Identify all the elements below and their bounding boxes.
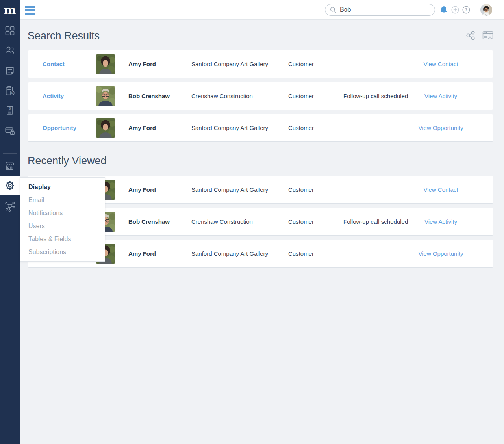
svg-text:$: $	[11, 91, 13, 95]
app-marketplace-icon[interactable]	[4, 160, 15, 171]
status-text: Customer	[288, 93, 343, 99]
invoices-icon[interactable]: $	[4, 105, 15, 116]
contact-name: Amy Ford	[128, 124, 191, 131]
company-name: Sanford Company Art Gallery	[191, 250, 288, 257]
dashboards-icon[interactable]	[4, 25, 15, 36]
topbar: Bob ?	[20, 0, 504, 20]
view-record-link[interactable]: View Activity	[412, 93, 493, 99]
svg-text:$: $	[9, 106, 11, 110]
sidebar-divider	[3, 153, 17, 154]
company-name: Crenshaw Construction	[191, 93, 288, 99]
text-caret	[352, 6, 352, 13]
search-icon	[330, 6, 337, 13]
contact-name: Amy Ford	[128, 186, 191, 193]
record-type-link[interactable]: Opportunity	[43, 124, 96, 131]
menu-item-subscriptions[interactable]: Subscriptions	[20, 245, 105, 258]
settings-flyout-menu: Display Email Notifications Users Tables…	[20, 177, 105, 262]
user-avatar[interactable]	[480, 4, 492, 16]
settings-icon[interactable]	[0, 176, 20, 195]
contact-avatar	[96, 118, 115, 138]
status-text: Customer	[288, 250, 343, 257]
section-title: Recently Viewed	[28, 155, 107, 167]
contact-name: Bob Crenshaw	[128, 218, 191, 225]
contact-avatar	[96, 86, 115, 106]
screens-icon[interactable]	[482, 30, 493, 42]
help-question-icon[interactable]: ?	[462, 6, 470, 14]
topbar-divider	[476, 4, 476, 16]
contact-name: Amy Ford	[128, 61, 191, 67]
record-type-link[interactable]: Activity	[43, 93, 96, 99]
record-type-link[interactable]: Contact	[43, 61, 96, 67]
company-name: Sanford Company Art Gallery	[191, 124, 288, 131]
view-record-link[interactable]: View Contact	[412, 61, 493, 67]
view-record-link[interactable]: View Activity	[412, 218, 493, 225]
note-text: Follow-up call scheduled	[343, 93, 412, 99]
view-record-link[interactable]: View Opportunity	[412, 250, 493, 257]
contact-name: Bob Crenshaw	[128, 93, 191, 99]
activities-icon[interactable]	[4, 65, 15, 76]
contact-name: Amy Ford	[128, 250, 191, 257]
menu-item-email[interactable]: Email	[20, 193, 105, 206]
menu-hamburger-icon[interactable]	[25, 6, 35, 15]
search-input[interactable]: Bob	[325, 4, 435, 16]
menu-item-users[interactable]: Users	[20, 219, 105, 232]
app-logo[interactable]: m	[0, 0, 20, 20]
contacts-icon[interactable]	[4, 45, 15, 56]
result-row: Opportunity Amy Ford Sanford Company Art…	[28, 114, 493, 142]
search-value: Bob	[340, 6, 351, 13]
menu-item-display[interactable]: Display	[20, 180, 105, 193]
menu-item-notifications[interactable]: Notifications	[20, 206, 105, 219]
result-row: Activity Bob Crenshaw Crenshaw Construct…	[28, 82, 493, 110]
status-text: Customer	[288, 124, 343, 131]
page-title: Search Results	[28, 30, 100, 42]
company-name: Crenshaw Construction	[191, 218, 288, 225]
view-record-link[interactable]: View Contact	[412, 186, 493, 193]
svg-text:?: ?	[465, 7, 467, 13]
company-name: Sanford Company Art Gallery	[191, 186, 288, 193]
view-record-link[interactable]: View Opportunity	[412, 124, 493, 131]
menu-item-tables-fields[interactable]: Tables & Fields	[20, 232, 105, 245]
sidebar: m $ $	[0, 0, 20, 444]
status-text: Customer	[288, 61, 343, 67]
payments-icon[interactable]	[4, 125, 15, 136]
add-plus-icon[interactable]	[451, 6, 459, 14]
result-row: Contact Amy Ford Sanford Company Art Gal…	[28, 50, 493, 78]
estimates-icon[interactable]: $	[4, 85, 15, 96]
integrations-icon[interactable]	[4, 201, 15, 212]
status-text: Customer	[288, 218, 343, 225]
contact-avatar	[96, 54, 115, 74]
company-name: Sanford Company Art Gallery	[191, 61, 288, 67]
share-icon[interactable]	[466, 31, 475, 42]
status-text: Customer	[288, 186, 343, 193]
note-text: Follow-up call scheduled	[343, 218, 412, 225]
notifications-bell-icon[interactable]	[439, 6, 448, 14]
